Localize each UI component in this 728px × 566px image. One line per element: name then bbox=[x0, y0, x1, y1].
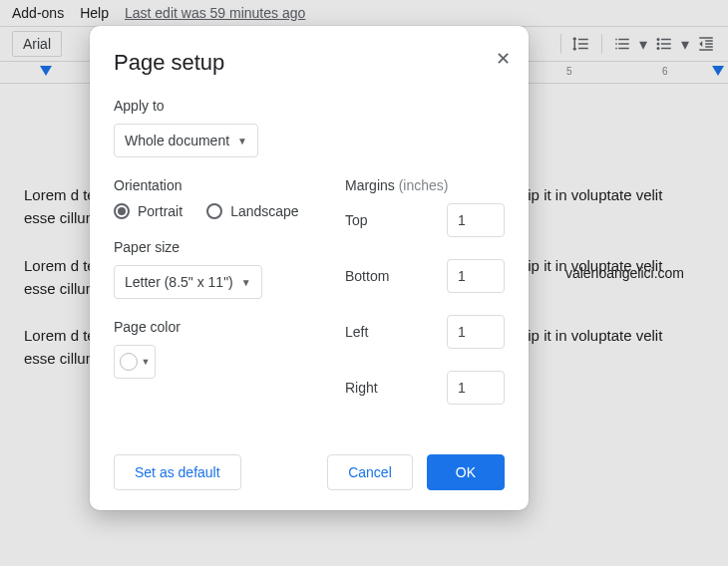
separator bbox=[560, 34, 561, 54]
chevron-down-icon: ▼ bbox=[237, 136, 247, 146]
page-color-label: Page color bbox=[114, 319, 305, 335]
page-color-select[interactable]: ▼ bbox=[114, 345, 156, 379]
apply-to-select[interactable]: Whole document ▼ bbox=[114, 124, 258, 157]
ruler-tick: 5 bbox=[566, 66, 572, 77]
apply-to-value: Whole document bbox=[125, 133, 229, 148]
margin-right-label: Right bbox=[345, 380, 378, 396]
dropdown-caret-icon[interactable]: ▾ bbox=[678, 30, 692, 58]
set-as-default-button[interactable]: Set as default bbox=[114, 454, 241, 490]
checklist-icon[interactable] bbox=[608, 30, 636, 58]
margin-bottom-label: Bottom bbox=[345, 268, 389, 284]
page-setup-dialog: Page setup ✕ Apply to Whole document ▼ O… bbox=[90, 26, 529, 510]
orientation-portrait-radio[interactable]: Portrait bbox=[114, 203, 182, 219]
cancel-button[interactable]: Cancel bbox=[327, 454, 413, 490]
margin-right-input[interactable] bbox=[447, 371, 505, 405]
radio-icon bbox=[114, 203, 130, 219]
svg-point-1 bbox=[657, 43, 660, 46]
radio-label: Portrait bbox=[138, 203, 182, 219]
paper-size-label: Paper size bbox=[114, 239, 305, 255]
menubar: Add-ons Help Last edit was 59 minutes ag… bbox=[0, 0, 728, 26]
svg-point-0 bbox=[657, 38, 660, 41]
menu-help[interactable]: Help bbox=[72, 1, 117, 25]
margins-label: Margins (inches) bbox=[345, 177, 505, 193]
margin-top-label: Top bbox=[345, 212, 368, 228]
margin-left-label: Left bbox=[345, 324, 368, 340]
page-url-text: valerioangelici.com bbox=[565, 263, 684, 285]
paper-size-value: Letter (8.5" x 11") bbox=[125, 274, 233, 290]
margin-bottom-input[interactable] bbox=[447, 259, 505, 293]
color-swatch-icon bbox=[120, 353, 138, 371]
ok-button[interactable]: OK bbox=[427, 454, 505, 490]
menu-addons[interactable]: Add-ons bbox=[4, 1, 72, 25]
dropdown-caret-icon[interactable]: ▾ bbox=[636, 30, 650, 58]
margin-top-input[interactable] bbox=[447, 203, 505, 237]
line-spacing-icon[interactable] bbox=[567, 30, 595, 58]
apply-to-label: Apply to bbox=[114, 98, 505, 114]
ruler-tick: 6 bbox=[662, 66, 668, 77]
orientation-landscape-radio[interactable]: Landscape bbox=[206, 203, 299, 219]
font-family-select[interactable]: Arial bbox=[12, 31, 62, 57]
svg-point-2 bbox=[657, 47, 660, 50]
ruler-indent-marker-left[interactable] bbox=[40, 66, 52, 76]
close-icon[interactable]: ✕ bbox=[496, 48, 511, 70]
radio-label: Landscape bbox=[230, 203, 299, 219]
last-edit-link[interactable]: Last edit was 59 minutes ago bbox=[125, 5, 305, 21]
paper-size-select[interactable]: Letter (8.5" x 11") ▼ bbox=[114, 265, 262, 299]
radio-icon bbox=[206, 203, 222, 219]
separator bbox=[601, 34, 602, 54]
chevron-down-icon: ▼ bbox=[241, 277, 251, 288]
margin-left-input[interactable] bbox=[447, 315, 505, 349]
bulleted-list-icon[interactable] bbox=[650, 30, 678, 58]
chevron-down-icon: ▼ bbox=[142, 357, 151, 367]
decrease-indent-icon[interactable] bbox=[692, 30, 720, 58]
orientation-label: Orientation bbox=[114, 177, 305, 193]
ruler-indent-marker-right[interactable] bbox=[712, 66, 724, 76]
dialog-title: Page setup bbox=[114, 50, 505, 76]
